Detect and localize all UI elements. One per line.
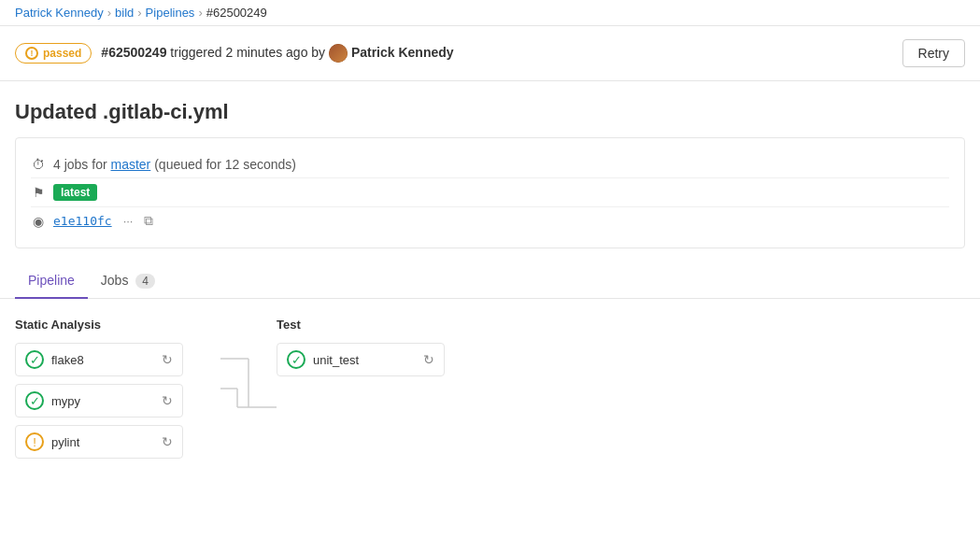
job-status-unit-test: ✓ xyxy=(287,350,305,369)
stages-row: Static Analysis ✓ flake8 ↻ ✓ mypy ↻ ! py… xyxy=(15,318,965,459)
status-label: passed xyxy=(43,47,81,60)
jobs-info-row: ⏱ 4 jobs for master (queued for 12 secon… xyxy=(31,151,949,177)
flag-icon: ⚑ xyxy=(31,185,46,200)
avatar-img xyxy=(329,44,348,63)
pipeline-info: #62500249 triggered 2 minutes ago by Pat… xyxy=(101,44,892,63)
breadcrumb-pipelines[interactable]: Pipelines xyxy=(146,6,195,20)
job-name-pylint: pylint xyxy=(51,435,154,449)
job-retry-unit-test[interactable]: ↻ xyxy=(423,352,434,367)
commit-hash[interactable]: e1e110fc xyxy=(53,214,112,228)
status-badge: ! passed xyxy=(15,43,92,64)
page-title: Updated .gitlab-ci.yml xyxy=(0,81,980,137)
jobs-count: 4 jobs for master (queued for 12 seconds… xyxy=(53,157,296,172)
job-retry-pylint[interactable]: ↻ xyxy=(162,434,173,449)
retry-button[interactable]: Retry xyxy=(902,39,965,67)
breadcrumb-user[interactable]: Patrick Kennedy xyxy=(15,6,104,20)
trigger-text: triggered 2 minutes ago by xyxy=(170,45,329,60)
job-status-mypy: ✓ xyxy=(25,391,44,410)
info-box: ⏱ 4 jobs for master (queued for 12 secon… xyxy=(15,137,965,248)
breadcrumb-project[interactable]: bild xyxy=(115,6,134,20)
job-name-mypy: mypy xyxy=(51,394,154,408)
job-status-pylint: ! xyxy=(25,432,44,451)
breadcrumb-sep-1: › xyxy=(107,6,111,20)
job-retry-mypy[interactable]: ↻ xyxy=(162,393,173,408)
pipeline-header: ! passed #62500249 triggered 2 minutes a… xyxy=(0,26,980,81)
job-status-flake8: ✓ xyxy=(25,350,44,369)
stage-jobs-static-analysis: ✓ flake8 ↻ ✓ mypy ↻ ! pylint ↻ xyxy=(15,343,220,459)
tab-pipeline[interactable]: Pipeline xyxy=(15,263,88,299)
tabs: Pipeline Jobs 4 xyxy=(0,263,980,299)
connector-svg xyxy=(220,344,277,418)
breadcrumb: Patrick Kennedy › bild › Pipelines › #62… xyxy=(0,0,980,26)
status-icon: ! xyxy=(25,47,38,60)
pipeline-id: #62500249 xyxy=(101,45,166,60)
copy-icon[interactable]: ⧉ xyxy=(144,213,153,229)
branch-link[interactable]: master xyxy=(111,157,151,172)
job-name-flake8: flake8 xyxy=(51,353,154,367)
author-name: Patrick Kennedy xyxy=(351,45,454,60)
tab-jobs-label: Jobs xyxy=(101,273,129,288)
stage-test: Test ✓ unit_test ↻ xyxy=(277,318,482,376)
queued-text: (queued for 12 seconds) xyxy=(154,157,296,172)
job-mypy[interactable]: ✓ mypy ↻ xyxy=(15,384,183,418)
breadcrumb-sep-2: › xyxy=(137,6,141,20)
stage-static-analysis: Static Analysis ✓ flake8 ↻ ✓ mypy ↻ ! py… xyxy=(15,318,220,459)
latest-row: ⚑ latest xyxy=(31,177,949,206)
latest-badge: latest xyxy=(53,184,97,201)
breadcrumb-pipeline-id: #62500249 xyxy=(206,6,267,20)
avatar xyxy=(329,44,348,63)
tab-jobs[interactable]: Jobs 4 xyxy=(88,263,168,299)
pipeline-graph: Static Analysis ✓ flake8 ↻ ✓ mypy ↻ ! py… xyxy=(0,299,980,477)
job-unit-test[interactable]: ✓ unit_test ↻ xyxy=(277,343,445,376)
commit-icon: ◉ xyxy=(31,214,46,229)
jobs-tab-badge: 4 xyxy=(135,274,155,289)
job-retry-flake8[interactable]: ↻ xyxy=(162,352,173,367)
clock-icon: ⏱ xyxy=(31,157,46,172)
job-name-unit-test: unit_test xyxy=(313,353,416,367)
stage-title-static-analysis: Static Analysis xyxy=(15,318,220,332)
job-flake8[interactable]: ✓ flake8 ↻ xyxy=(15,343,183,376)
job-pylint[interactable]: ! pylint ↻ xyxy=(15,425,183,459)
commit-row: ◉ e1e110fc ··· ⧉ xyxy=(31,206,949,234)
commit-dots: ··· xyxy=(123,214,134,228)
stage-jobs-test: ✓ unit_test ↻ xyxy=(277,343,482,376)
breadcrumb-sep-3: › xyxy=(198,6,202,20)
stage-connector xyxy=(220,318,277,418)
stage-title-test: Test xyxy=(277,318,482,332)
